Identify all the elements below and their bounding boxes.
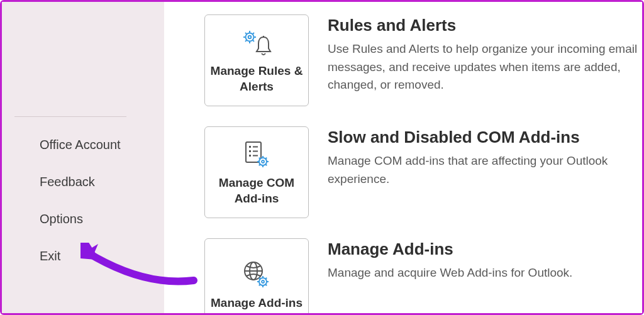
svg-line-37 xyxy=(259,277,260,279)
option-content: Rules and Alerts Use Rules and Alerts to… xyxy=(328,14,642,94)
sidebar-item-office-account[interactable]: Office Account xyxy=(2,126,164,163)
option-desc: Manage COM add-ins that are affecting yo… xyxy=(328,152,642,188)
svg-rect-14 xyxy=(249,150,251,152)
svg-line-40 xyxy=(265,277,267,279)
option-content: Manage Add-ins Manage and acquire Web Ad… xyxy=(328,238,572,282)
com-addins-icon xyxy=(241,138,272,173)
sidebar-item-options[interactable]: Options xyxy=(2,201,164,238)
svg-line-38 xyxy=(265,284,267,285)
app-frame: Office Account Feedback Options Exit xyxy=(0,0,644,315)
tile-label: Manage COM Add-ins xyxy=(210,175,303,206)
sidebar-item-label: Office Account xyxy=(40,138,121,152)
svg-line-39 xyxy=(259,284,260,285)
svg-line-8 xyxy=(245,40,247,42)
svg-line-26 xyxy=(259,165,260,166)
svg-rect-16 xyxy=(249,155,251,157)
sidebar-divider xyxy=(14,116,126,117)
main-panel: Manage Rules & Alerts Rules and Alerts U… xyxy=(164,2,642,313)
web-addins-icon xyxy=(241,258,272,293)
tile-label: Manage Add-ins xyxy=(211,296,303,311)
option-title: Manage Add-ins xyxy=(328,240,572,259)
sidebar: Office Account Feedback Options Exit xyxy=(2,2,164,313)
option-row-addins: Manage Add-ins Manage Add-ins Manage and… xyxy=(164,238,642,313)
svg-line-6 xyxy=(245,33,247,35)
rules-alerts-icon xyxy=(238,26,275,61)
option-row-com-addins: Manage COM Add-ins Slow and Disabled COM… xyxy=(164,126,642,218)
tile-manage-com-addins[interactable]: Manage COM Add-ins xyxy=(204,126,309,218)
sidebar-item-exit[interactable]: Exit xyxy=(2,238,164,275)
option-title: Rules and Alerts xyxy=(328,16,642,35)
svg-line-24 xyxy=(259,158,260,159)
option-content: Slow and Disabled COM Add-ins Manage COM… xyxy=(328,126,642,188)
svg-point-1 xyxy=(248,36,252,39)
option-desc: Manage and acquire Web Add-ins for Outlo… xyxy=(328,264,572,282)
svg-line-7 xyxy=(253,40,255,42)
sidebar-item-label: Options xyxy=(40,212,83,226)
svg-line-25 xyxy=(265,165,267,166)
option-row-rules: Manage Rules & Alerts Rules and Alerts U… xyxy=(164,14,642,106)
tile-label: Manage Rules & Alerts xyxy=(210,64,303,94)
svg-line-27 xyxy=(265,158,267,159)
sidebar-item-label: Exit xyxy=(40,249,60,263)
option-desc: Use Rules and Alerts to help organize yo… xyxy=(328,40,642,94)
tile-manage-rules[interactable]: Manage Rules & Alerts xyxy=(204,14,309,106)
tile-manage-addins[interactable]: Manage Add-ins xyxy=(204,238,309,313)
sidebar-item-feedback[interactable]: Feedback xyxy=(2,163,164,201)
sidebar-item-label: Feedback xyxy=(40,175,95,189)
svg-rect-11 xyxy=(246,142,261,162)
svg-line-9 xyxy=(253,33,255,35)
svg-rect-12 xyxy=(249,146,251,148)
option-title: Slow and Disabled COM Add-ins xyxy=(328,128,642,147)
